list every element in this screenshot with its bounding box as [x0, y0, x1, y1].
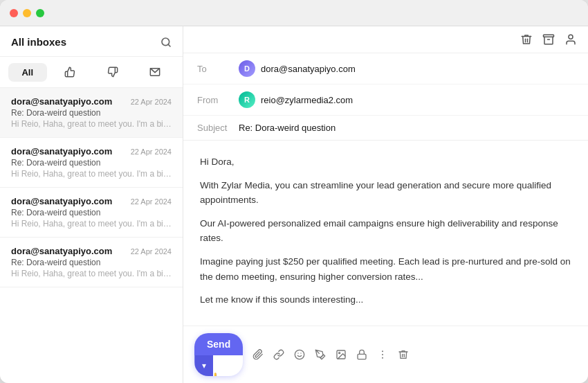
- list-item[interactable]: dora@sanatyapiyo.com 22 Apr 2024 Re: Dor…: [0, 88, 183, 138]
- from-field-row: From R reio@zylarmedia2.com: [183, 84, 588, 116]
- email-date: 22 Apr 2024: [131, 148, 172, 156]
- to-field-row: To D dora@sanatyapiyo.com: [183, 53, 588, 84]
- email-preview: Hi Reio, Haha, great to meet you. I'm a …: [11, 169, 172, 179]
- more-options-button[interactable]: [377, 349, 388, 360]
- filter-tab-envelope[interactable]: [136, 62, 175, 82]
- body-line-5: Let me know if this sounds interesting..…: [200, 292, 571, 308]
- email-item-header: dora@sanatyapiyo.com 22 Apr 2024: [11, 146, 172, 157]
- emoji-icon: [294, 349, 305, 360]
- delete-button[interactable]: [520, 33, 533, 46]
- list-item[interactable]: dora@sanatyapiyo.com 22 Apr 2024 Re: Dor…: [0, 138, 183, 188]
- svg-point-11: [382, 350, 383, 352]
- traffic-lights: [10, 9, 44, 17]
- svg-point-9: [339, 353, 340, 354]
- email-item-header: dora@sanatyapiyo.com 22 Apr 2024: [11, 196, 172, 206]
- trash-compose-icon: [398, 349, 409, 360]
- title-bar: [0, 0, 588, 26]
- close-button[interactable]: [10, 9, 18, 17]
- subject-value: Re: Dora-weird question: [239, 123, 336, 133]
- to-email: dora@sanatyapiyo.com: [261, 64, 356, 74]
- envelope-icon: [149, 66, 160, 78]
- filter-tab-all[interactable]: All: [8, 63, 47, 82]
- svg-rect-3: [544, 35, 554, 37]
- email-subject: Re: Dora-weird question: [11, 158, 172, 168]
- list-item[interactable]: dora@sanatyapiyo.com 22 Apr 2024 Re: Dor…: [0, 188, 183, 238]
- subject-label: Subject: [197, 123, 239, 133]
- lock-icon: [356, 349, 367, 360]
- app-window: All inboxes All: [0, 0, 588, 383]
- email-item-header: dora@sanatyapiyo.com 22 Apr 2024: [11, 96, 172, 107]
- from-label: From: [197, 95, 239, 105]
- email-sender: dora@sanatyapiyo.com: [11, 246, 112, 256]
- link-button[interactable]: [273, 349, 284, 360]
- svg-point-12: [382, 354, 383, 355]
- search-button[interactable]: [160, 37, 172, 48]
- email-subject: Re: Dora-weird question: [11, 108, 172, 118]
- sidebar-title: All inboxes: [11, 36, 66, 48]
- email-fields: To D dora@sanatyapiyo.com From R reio@zy…: [183, 53, 588, 141]
- email-body: Hi Dora, With Zylar Media, you can strea…: [183, 141, 588, 326]
- body-line-1: Hi Dora,: [200, 154, 571, 170]
- subject-field-row: Subject Re: Dora-weird question: [183, 116, 588, 140]
- signature-icon: [315, 349, 326, 360]
- attachment-button[interactable]: [252, 349, 264, 360]
- body-line-4: Imagine paying just $250 per qualified m…: [200, 254, 571, 284]
- email-preview: Hi Reio, Haha, great to meet you. I'm a …: [11, 269, 172, 278]
- thumbs-down-icon: [107, 66, 118, 78]
- sidebar-header: All inboxes: [0, 26, 183, 57]
- filter-tab-thumbsdown[interactable]: [93, 62, 132, 82]
- email-date: 22 Apr 2024: [131, 197, 172, 206]
- email-sender: dora@sanatyapiyo.com: [11, 96, 112, 107]
- person-icon: [564, 33, 577, 46]
- email-item-header: dora@sanatyapiyo.com 22 Apr 2024: [11, 246, 172, 256]
- dots-vertical-icon: [377, 349, 388, 360]
- email-preview: Hi Reio, Haha, great to meet you. I'm a …: [11, 219, 172, 229]
- archive-button[interactable]: [542, 33, 555, 46]
- minimize-button[interactable]: [23, 9, 31, 17]
- email-panel-header: [183, 26, 588, 53]
- discard-button[interactable]: [398, 349, 409, 360]
- svg-rect-10: [358, 354, 366, 359]
- thumbs-up-icon: [64, 66, 75, 78]
- send-dropdown-button[interactable]: ▾: [194, 355, 213, 376]
- email-sender: dora@sanatyapiyo.com: [11, 146, 112, 157]
- list-item[interactable]: dora@sanatyapiyo.com 22 Apr 2024 Re: Dor…: [0, 238, 183, 287]
- maximize-button[interactable]: [36, 9, 44, 17]
- send-button[interactable]: Send: [194, 333, 243, 355]
- svg-point-4: [569, 35, 573, 39]
- image-icon: [336, 349, 347, 360]
- link-icon: [273, 349, 284, 360]
- archive-icon: [542, 33, 555, 46]
- email-subject: Re: Dora-weird question: [11, 208, 172, 217]
- profile-button[interactable]: [564, 33, 577, 46]
- email-date: 22 Apr 2024: [131, 98, 172, 106]
- filter-tab-thumbsup[interactable]: [51, 62, 90, 82]
- svg-point-5: [295, 350, 304, 359]
- body-line-3: Our AI-powered personalized email campai…: [200, 216, 571, 246]
- to-avatar: D: [239, 60, 255, 77]
- email-date: 22 Apr 2024: [131, 247, 172, 256]
- email-preview: Hi Reio, Haha, great to meet you. I'm a …: [11, 119, 172, 129]
- image-button[interactable]: [336, 349, 347, 360]
- lock-button[interactable]: [356, 349, 367, 360]
- signature-button[interactable]: [315, 349, 326, 360]
- from-email: reio@zylarmedia2.com: [261, 95, 353, 105]
- svg-line-1: [168, 44, 170, 46]
- sidebar: All inboxes All: [0, 26, 183, 383]
- main-content: All inboxes All: [0, 26, 588, 383]
- email-list: dora@sanatyapiyo.com 22 Apr 2024 Re: Dor…: [0, 88, 183, 383]
- chevron-down-icon: ▾: [202, 361, 206, 371]
- search-icon: [160, 37, 172, 48]
- email-panel: To D dora@sanatyapiyo.com From R reio@zy…: [183, 26, 588, 383]
- svg-point-13: [382, 357, 383, 359]
- compose-bar: Send ▾ ☝: [183, 326, 588, 383]
- email-sender: dora@sanatyapiyo.com: [11, 196, 112, 206]
- filter-tabs: All: [0, 57, 183, 88]
- trash-icon: [520, 33, 533, 46]
- to-label: To: [197, 64, 239, 74]
- body-line-2: With Zylar Media, you can streamline you…: [200, 178, 571, 208]
- emoji-button[interactable]: [294, 349, 305, 360]
- email-subject: Re: Dora-weird question: [11, 258, 172, 267]
- from-avatar: R: [239, 91, 255, 108]
- paperclip-icon: [252, 349, 264, 360]
